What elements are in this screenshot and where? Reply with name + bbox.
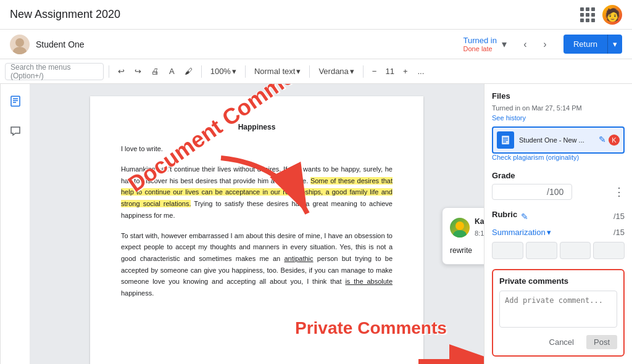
open-file-button[interactable]: ✎	[599, 134, 606, 146]
spellcheck-button[interactable]: A	[165, 65, 178, 77]
private-comments-section: Private comments Cancel Post	[492, 269, 625, 357]
rubric-score-btn-2[interactable]	[526, 242, 557, 259]
toolbar-sep-2	[201, 65, 202, 78]
zoom-value: 100%	[210, 67, 231, 76]
file-doc-icon	[497, 131, 514, 149]
main-area: Document Comments Private Comments	[0, 84, 632, 364]
absolute-happiness-phrase: is the absolute	[345, 278, 393, 285]
rubric-score: /15	[613, 212, 625, 221]
user-avatar[interactable]: 🧑	[602, 5, 622, 25]
comment-time: 8:18 AM Today	[475, 228, 484, 239]
next-student-button[interactable]: ›	[536, 36, 554, 53]
svg-point-8	[455, 221, 464, 230]
comment-avatar	[450, 218, 470, 238]
grade-title: Grade	[492, 171, 625, 180]
text-style-selector[interactable]: Normal text ▾	[251, 65, 304, 77]
svg-point-1	[13, 47, 27, 54]
side-toolbar	[0, 84, 30, 364]
font-selector[interactable]: Verdana ▾	[315, 65, 357, 77]
student-name: Student One	[36, 39, 85, 49]
post-comment-button[interactable]: Post	[586, 335, 617, 349]
nav-arrows: ‹ ›	[517, 36, 554, 53]
font-value: Verdana	[318, 67, 348, 76]
check-plagiarism-link[interactable]: Check plagiarism (originality)	[492, 154, 625, 161]
rubric-category-button[interactable]: Summarization ▾	[492, 228, 551, 237]
zoom-selector[interactable]: 100% ▾	[207, 65, 240, 77]
redo-button[interactable]: ↪	[131, 65, 145, 77]
more-options-button[interactable]: ...	[414, 65, 428, 77]
open-external-button[interactable]: K	[609, 134, 620, 146]
svg-point-9	[453, 230, 467, 238]
files-title: Files	[492, 91, 625, 101]
grade-input[interactable]	[497, 187, 547, 197]
toolbar-sep-5	[363, 65, 364, 78]
rubric-score-btn-4[interactable]	[593, 242, 625, 259]
return-button[interactable]: Return	[563, 35, 607, 54]
doc-view-icon[interactable]	[6, 91, 25, 111]
rubric-section: Rubric ✎ /15 Summarization ▾ /15	[492, 210, 625, 259]
topbar: New Assignment 2020 🧑	[0, 0, 632, 30]
svg-rect-2	[11, 96, 20, 106]
comment-meta: Kasey Bell 8:18 AM Today	[475, 215, 484, 239]
grade-input-wrap: /100	[492, 184, 572, 200]
return-wrap: Return ▾	[563, 35, 622, 54]
paint-format-button[interactable]: 🖌	[181, 65, 196, 77]
grade-denominator: /100	[547, 187, 563, 197]
print-button[interactable]: 🖨	[148, 65, 163, 77]
grade-row: /100 ⋮	[492, 184, 625, 200]
toolbar-sep-4	[309, 65, 310, 78]
rubric-score-btn-1[interactable]	[492, 242, 523, 259]
file-name: Student One - New ...	[519, 136, 594, 144]
toolbar-sep-3	[245, 65, 246, 78]
top-right-icons: 🧑	[580, 5, 622, 25]
private-comment-buttons: Cancel Post	[499, 335, 617, 349]
rubric-sub-score: /15	[613, 228, 625, 237]
status-info: Turned in Done late	[464, 36, 497, 52]
file-item: Student One - New ... ✎ K	[492, 126, 625, 154]
rubric-score-buttons	[492, 242, 625, 259]
rubric-edit-button[interactable]: ✎	[521, 212, 528, 221]
rubric-sub-row: Summarization ▾ /15	[492, 228, 625, 237]
paragraph-3: To start with, however embarrassed I am …	[121, 230, 393, 299]
grade-menu-button[interactable]: ⋮	[613, 185, 625, 199]
menu-search[interactable]: Search the menus (Option+/)	[5, 63, 104, 80]
paragraph-1: I love to write.	[121, 143, 393, 155]
text-style-value: Normal text	[254, 67, 295, 76]
svg-point-0	[15, 38, 24, 47]
return-dropdown-button[interactable]: ▾	[607, 35, 622, 54]
toolbar: Search the menus (Option+/) ↩ ↪ 🖨 A 🖌 10…	[0, 59, 632, 84]
file-actions: ✎ K	[599, 134, 620, 146]
comment-icon[interactable]	[6, 121, 25, 141]
student-status: Turned in Done late ▾	[464, 36, 507, 52]
rubric-title: Rubric	[492, 210, 517, 219]
apps-icon[interactable]	[580, 7, 595, 22]
comment-text: rewrite	[450, 244, 484, 257]
font-size-value: 11	[383, 67, 396, 76]
grade-section: Grade /100 ⋮	[492, 171, 625, 200]
comment-header: Kasey Bell 8:18 AM Today	[450, 215, 484, 239]
page-title: New Assignment 2020	[10, 8, 120, 21]
status-dropdown-icon[interactable]: ▾	[502, 38, 507, 50]
doc-title: Happiness	[121, 121, 393, 133]
see-history-link[interactable]: See history	[492, 114, 625, 122]
student-bar: Student One Turned in Done late ▾ ‹ › Re…	[0, 30, 632, 59]
private-comment-input[interactable]	[499, 291, 617, 328]
prev-student-button[interactable]: ‹	[517, 36, 534, 53]
highlighted-text: Some of these desires that help to conti…	[121, 177, 393, 207]
right-panel: Files Turned in on Mar 27, 5:14 PM See h…	[484, 84, 632, 364]
font-size-decrease-button[interactable]: −	[368, 65, 381, 77]
undo-button[interactable]: ↩	[114, 65, 128, 77]
font-size-increase-button[interactable]: +	[399, 65, 412, 77]
toolbar-sep-1	[109, 65, 109, 78]
files-meta: Turned in on Mar 27, 5:14 PM	[492, 104, 625, 112]
rubric-score-btn-3[interactable]	[560, 242, 591, 259]
private-comments-title: Private comments	[499, 276, 617, 286]
cancel-comment-button[interactable]: Cancel	[542, 335, 581, 349]
document-area[interactable]: Document Comments Private Comments	[30, 84, 484, 364]
document-page[interactable]: Happiness I love to write. Humankind can…	[90, 96, 423, 364]
comment-author: Kasey Bell	[475, 215, 484, 228]
student-avatar	[10, 35, 30, 54]
rubric-header-row: Rubric ✎ /15	[492, 210, 625, 223]
comment-bubble: Kasey Bell 8:18 AM Today rewrite	[442, 207, 484, 265]
done-late-label: Done late	[464, 45, 497, 52]
